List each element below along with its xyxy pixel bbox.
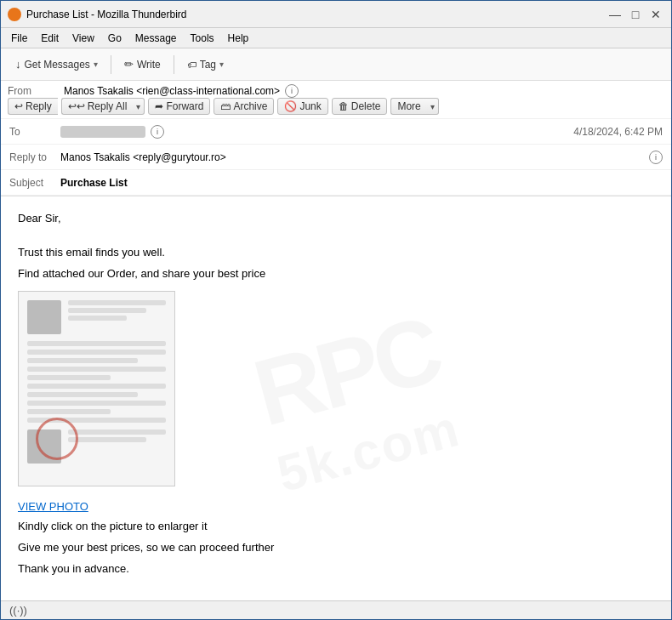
- maximize-button[interactable]: □: [627, 6, 644, 23]
- action-buttons: ↩ Reply ↩↩ Reply All ▾ ➦ Forward: [8, 98, 439, 115]
- minimize-button[interactable]: —: [607, 6, 624, 23]
- subject-label: Subject: [9, 177, 60, 189]
- reply-all-dropdown[interactable]: ▾: [133, 98, 145, 115]
- from-contact-icon[interactable]: i: [285, 84, 299, 98]
- reply-button[interactable]: ↩ Reply: [8, 98, 58, 115]
- junk-label: Junk: [299, 100, 321, 112]
- to-row: To i 4/18/2024, 6:42 PM: [1, 119, 671, 145]
- to-contact-icon[interactable]: i: [151, 125, 164, 139]
- view-photo-link[interactable]: VIEW PHOTO: [18, 500, 88, 513]
- doc-footer-lines: [68, 429, 166, 464]
- doc-line: [68, 300, 166, 305]
- delete-label: Delete: [351, 100, 381, 112]
- menu-message[interactable]: Message: [128, 31, 184, 46]
- to-value-blurred: [60, 126, 145, 138]
- app-icon: [8, 8, 21, 21]
- menu-file[interactable]: File: [4, 31, 34, 46]
- doc-line: [68, 316, 127, 321]
- signature: Best Regards, Manos Tsakalis P & C Manag…: [18, 592, 654, 600]
- junk-button[interactable]: 🚫 Junk: [277, 98, 327, 115]
- write-button[interactable]: Write: [117, 54, 168, 74]
- delete-icon: 🗑: [339, 100, 349, 112]
- from-section: From Manos Tsakalis <rien@class-internat…: [8, 84, 299, 98]
- toolbar-divider-1: [111, 55, 111, 74]
- forward-button[interactable]: ➦ Forward: [148, 98, 210, 115]
- body-line5: Thank you in advance.: [18, 560, 654, 578]
- toolbar-divider-2: [174, 55, 174, 74]
- doc-line: [68, 308, 146, 313]
- forward-icon: ➦: [155, 100, 163, 112]
- menu-edit[interactable]: Edit: [34, 31, 65, 46]
- menu-tools[interactable]: Tools: [184, 31, 221, 46]
- doc-line: [27, 375, 111, 380]
- tag-button[interactable]: Tag ▾: [179, 54, 231, 74]
- write-label: Write: [137, 59, 161, 71]
- from-actions-row: From Manos Tsakalis <rien@class-internat…: [1, 81, 671, 119]
- window-controls: — □ ✕: [607, 6, 664, 23]
- title-bar-left: Purchase List - Mozilla Thunderbird: [8, 8, 187, 21]
- tag-dropdown-icon[interactable]: ▾: [219, 60, 224, 69]
- menu-go[interactable]: Go: [101, 31, 128, 46]
- close-button[interactable]: ✕: [647, 6, 664, 23]
- archive-label: Archive: [233, 100, 267, 112]
- menu-bar: File Edit View Go Message Tools Help: [1, 28, 671, 48]
- more-button[interactable]: More: [390, 98, 426, 115]
- doc-line: [27, 341, 166, 346]
- tag-icon: [187, 58, 196, 71]
- reply-all-icon: ↩↩: [68, 100, 85, 112]
- forward-label: Forward: [166, 100, 203, 112]
- main-toolbar: Get Messages ▾ Write Tag ▾: [1, 48, 671, 81]
- menu-view[interactable]: View: [65, 31, 101, 46]
- document-preview: [19, 292, 174, 486]
- title-bar: Purchase List - Mozilla Thunderbird — □ …: [1, 1, 671, 28]
- get-messages-button[interactable]: Get Messages ▾: [8, 54, 105, 74]
- tag-label: Tag: [200, 59, 216, 71]
- from-value: Manos Tsakalis <rien@class-international…: [64, 85, 280, 97]
- status-bar: ((·)): [1, 600, 671, 619]
- reply-icon: ↩: [14, 100, 23, 112]
- write-icon: [124, 58, 134, 71]
- more-dropdown[interactable]: ▾: [427, 98, 439, 115]
- doc-line: [27, 350, 166, 355]
- doc-line: [27, 384, 166, 389]
- reply-all-group: ↩↩ Reply All ▾: [61, 98, 145, 115]
- get-messages-dropdown-icon[interactable]: ▾: [94, 60, 98, 69]
- doc-lines-right: [68, 300, 166, 334]
- reply-to-row: Reply to Manos Tsakalis <reply@gurytour.…: [1, 145, 671, 170]
- email-content: Dear Sir, Trust this email finds you wel…: [18, 210, 654, 600]
- email-header: From Manos Tsakalis <rien@class-internat…: [1, 81, 671, 196]
- reply-to-contact-icon[interactable]: i: [649, 151, 663, 164]
- reply-all-label: Reply All: [88, 100, 128, 112]
- doc-line: [27, 392, 138, 397]
- archive-icon: 🗃: [220, 100, 231, 112]
- connection-icon: ((·)): [9, 604, 27, 617]
- reply-group: ↩ Reply: [8, 98, 58, 115]
- email-timestamp: 4/18/2024, 6:42 PM: [573, 126, 663, 138]
- delete-button[interactable]: 🗑 Delete: [332, 98, 388, 115]
- reply-to-value: Manos Tsakalis <reply@gurytour.ro>: [60, 151, 644, 163]
- doc-line: [68, 429, 166, 435]
- doc-thumb: [27, 300, 61, 334]
- subject-row: Subject Purchase List: [1, 170, 671, 196]
- junk-icon: 🚫: [284, 100, 297, 112]
- menu-help[interactable]: Help: [221, 31, 256, 46]
- more-group: More ▾: [390, 98, 438, 115]
- main-window: Purchase List - Mozilla Thunderbird — □ …: [0, 0, 672, 620]
- body-line2: Find attached our Order, and share your …: [18, 265, 654, 283]
- subject-value: Purchase List: [60, 177, 128, 189]
- doc-line: [27, 367, 166, 372]
- doc-line: [27, 409, 111, 414]
- doc-header-row: [27, 300, 166, 334]
- body-line3: Kindly click on the picture to enlarger …: [18, 518, 654, 536]
- body-line4: Give me your best prices, so we can proc…: [18, 539, 654, 557]
- more-label: More: [397, 100, 420, 112]
- reply-to-label: Reply to: [9, 151, 60, 163]
- archive-button[interactable]: 🗃 Archive: [214, 98, 274, 115]
- get-messages-icon: [15, 58, 21, 71]
- to-label: To: [9, 126, 60, 138]
- greeting-line: Dear Sir,: [18, 210, 654, 228]
- attachment-image[interactable]: [18, 291, 175, 486]
- reply-all-button[interactable]: ↩↩ Reply All: [61, 98, 134, 115]
- doc-line: [27, 401, 166, 406]
- reply-label: Reply: [26, 100, 52, 112]
